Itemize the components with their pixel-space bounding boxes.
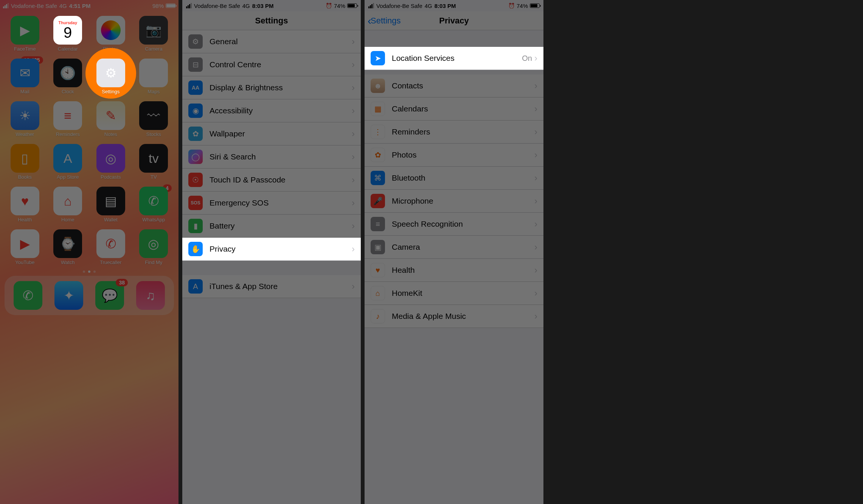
app-reminders[interactable]: ≡Reminders (48, 101, 88, 137)
truecaller-icon: ✆ (96, 229, 125, 258)
health-icon: ♥ (371, 263, 385, 277)
app-whatsapp[interactable]: ✆4WhatsApp (133, 187, 174, 223)
row-touch-id-passcode[interactable]: ☉ Touch ID & Passcode › (182, 169, 361, 192)
chevron-right-icon: › (352, 221, 355, 231)
app-photos[interactable]: Photos (90, 16, 131, 52)
chevron-right-icon: › (534, 80, 537, 91)
chevron-right-icon: › (352, 59, 355, 70)
app-home[interactable]: ⌂Home (48, 187, 88, 223)
row-reminders[interactable]: ⋮ Reminders › (365, 121, 543, 144)
mail-icon: ✉ (11, 59, 39, 87)
row-label: iTunes & App Store (210, 282, 352, 291)
status-bar: Vodafone-Be Safe 4G 8:03 PM ⏰ 74% (182, 0, 361, 11)
status-bar: Vodafone-Be Safe 4G 8:03 PM ⏰ 74% (365, 0, 543, 11)
page-dots[interactable] (0, 271, 178, 273)
navbar: ‹ Settings Privacy (365, 11, 543, 30)
row-speech-recognition[interactable]: ≡ Speech Recognition › (365, 213, 543, 236)
chevron-right-icon: › (534, 265, 537, 275)
app-label: Notes (104, 131, 117, 137)
app-tv[interactable]: tvTV (133, 144, 174, 180)
app-truecaller[interactable]: ✆Truecaller (90, 229, 131, 265)
row-control-centre[interactable]: ⊟ Control Centre › (182, 53, 361, 76)
app-label: Find My (145, 260, 162, 265)
row-microphone[interactable]: 🎤 Microphone › (365, 190, 543, 213)
app-find-my[interactable]: ◎Find My (133, 229, 174, 265)
row-accessibility[interactable]: ◉ Accessibility › (182, 99, 361, 122)
dock-app-phone[interactable]: ✆ (8, 281, 48, 310)
app-settings[interactable]: ⚙Settings (90, 59, 131, 94)
safari-icon: ✦ (54, 281, 83, 310)
app-label: Watch (61, 260, 75, 265)
dock-app-safari[interactable]: ✦ (48, 281, 89, 310)
app-stocks[interactable]: 〰Stocks (133, 101, 174, 137)
signal-icon (368, 3, 374, 8)
row-battery[interactable]: ▮ Battery › (182, 215, 361, 238)
row-bluetooth[interactable]: ⌘ Bluetooth › (365, 167, 543, 190)
row-general[interactable]: ⚙ General › (182, 30, 361, 53)
app-wallet[interactable]: ▤Wallet (90, 187, 131, 223)
row-itunes-app-store[interactable]: A iTunes & App Store › (182, 275, 361, 298)
app-calendar[interactable]: Thursday9Calendar (48, 16, 88, 52)
app-label: Weather (16, 131, 34, 137)
app-clock[interactable]: 🕙Clock (48, 59, 88, 94)
row-health[interactable]: ♥ Health › (365, 259, 543, 282)
app-label: Podcasts (101, 174, 121, 180)
row-display-brightness[interactable]: AA Display & Brightness › (182, 76, 361, 99)
row-wallpaper[interactable]: ✿ Wallpaper › (182, 122, 361, 145)
clock-label: 8:03 PM (252, 3, 274, 9)
app-podcasts[interactable]: ◎Podcasts (90, 144, 131, 180)
app-watch[interactable]: ⌚Watch (48, 229, 88, 265)
app-camera[interactable]: 📷Camera (133, 16, 174, 52)
row-label: Speech Recognition (392, 220, 534, 229)
chevron-right-icon: › (534, 219, 537, 229)
row-contacts[interactable]: ☻ Contacts › (365, 74, 543, 97)
row-camera[interactable]: ▣ Camera › (365, 236, 543, 259)
chevron-right-icon: › (352, 152, 355, 162)
chevron-right-icon: › (534, 104, 537, 114)
photos-icon: ✿ (371, 148, 385, 162)
dock-app-messages[interactable]: 💬38 (89, 281, 130, 310)
bluetooth-icon: ⌘ (371, 171, 385, 185)
back-button[interactable]: ‹ Settings (368, 15, 401, 26)
app-notes[interactable]: ✎Notes (90, 101, 131, 137)
photos-icon (96, 16, 125, 45)
row-calendars[interactable]: ▦ Calendars › (365, 97, 543, 121)
dock: ✆✦💬38♫ (5, 276, 174, 315)
badge: 38 (116, 279, 128, 286)
touchid-icon: ☉ (188, 173, 203, 187)
network-label: 4G (242, 3, 250, 9)
app-maps[interactable]: ➤Maps (133, 59, 174, 94)
row-homekit[interactable]: ⌂ HomeKit › (365, 282, 543, 305)
chevron-right-icon: › (534, 150, 537, 160)
row-emergency-sos[interactable]: SOS Emergency SOS › (182, 192, 361, 215)
dock-app-music[interactable]: ♫ (130, 281, 171, 310)
battery-pct: 98% (152, 3, 164, 9)
row-media-apple-music[interactable]: ♪ Media & Apple Music › (365, 305, 543, 328)
row-photos[interactable]: ✿ Photos › (365, 144, 543, 167)
signal-icon (186, 3, 192, 8)
battery-icon: ▮ (188, 219, 203, 233)
battery-icon (347, 3, 357, 8)
notes-icon: ✎ (96, 101, 125, 130)
app-app-store[interactable]: AApp Store (48, 144, 88, 180)
stocks-icon: 〰 (139, 101, 168, 130)
app-books[interactable]: ▯Books (5, 144, 45, 180)
row-label: Microphone (392, 196, 534, 206)
app-label: YouTube (15, 260, 34, 265)
row-siri-search[interactable]: ◯ Siri & Search › (182, 145, 361, 169)
app-facetime[interactable]: ▶FaceTime (5, 16, 45, 52)
calendars-icon: ▦ (371, 102, 385, 116)
app-label: Home (61, 217, 75, 223)
app-mail[interactable]: ✉18,495Mail (5, 59, 45, 94)
app-youtube[interactable]: ▶YouTube (5, 229, 45, 265)
homekit-icon: ⌂ (371, 286, 385, 300)
network-label: 4G (425, 3, 432, 9)
app-health[interactable]: ♥Health (5, 187, 45, 223)
siri-icon: ◯ (188, 150, 203, 164)
display-icon: AA (188, 80, 203, 95)
media-icon: ♪ (371, 309, 385, 323)
row-location-services[interactable]: ➤ Location Services On › (365, 47, 543, 70)
row-privacy[interactable]: ✋ Privacy › (182, 238, 361, 261)
chevron-right-icon: › (534, 196, 537, 206)
app-weather[interactable]: ☀Weather (5, 101, 45, 137)
